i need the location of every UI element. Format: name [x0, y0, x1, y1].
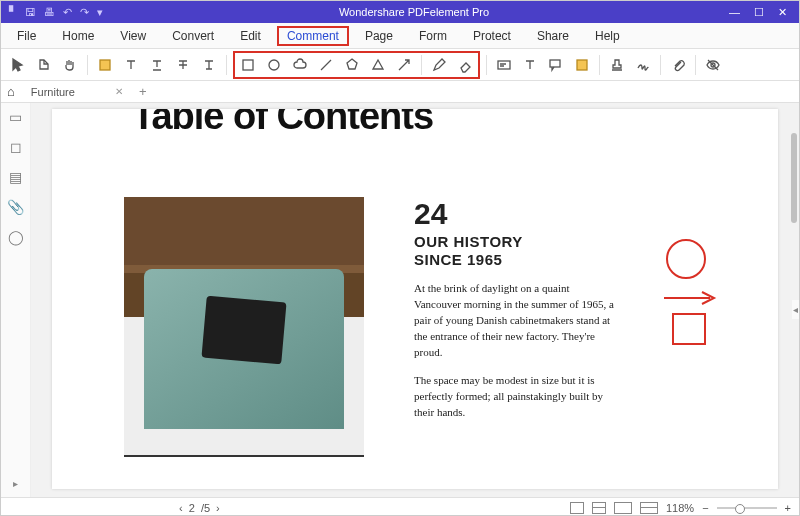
menu-home[interactable]: Home [52, 26, 104, 46]
highlight-area-icon[interactable] [94, 54, 116, 76]
svg-rect-5 [577, 60, 587, 70]
bookmarks-panel-icon[interactable]: ◻ [10, 139, 22, 155]
total-pages: /5 [201, 502, 210, 514]
new-tab-button[interactable]: + [139, 84, 147, 99]
collapse-right-icon[interactable]: ◂ [792, 300, 799, 319]
note-tool-icon[interactable] [33, 54, 55, 76]
menu-page[interactable]: Page [355, 26, 403, 46]
document-tab[interactable]: Furniture ✕ [21, 84, 133, 100]
comments-panel-icon[interactable]: ▤ [9, 169, 22, 185]
circle-tool-icon[interactable] [263, 54, 285, 76]
menu-view[interactable]: View [110, 26, 156, 46]
next-page-button[interactable]: › [216, 502, 220, 514]
svg-rect-1 [243, 60, 253, 70]
current-page[interactable]: 2 [189, 502, 195, 514]
highlight-text-icon[interactable] [120, 54, 142, 76]
menu-comment[interactable]: Comment [277, 26, 349, 46]
undo-icon[interactable]: ↶ [63, 6, 72, 19]
eraser-tool-icon[interactable] [454, 54, 476, 76]
body-paragraph-2: The space may be modest in size but it i… [414, 373, 614, 421]
text-box-icon[interactable] [493, 54, 515, 76]
cloud-tool-icon[interactable] [289, 54, 311, 76]
two-page-continuous-icon[interactable] [640, 502, 658, 514]
menu-file[interactable]: File [7, 26, 46, 46]
body-paragraph-1: At the brink of daylight on a quaint Van… [414, 281, 614, 361]
shape-tools-group [233, 51, 480, 79]
attachments-panel-icon[interactable]: 📎 [7, 199, 24, 215]
annotation-arrow[interactable] [662, 289, 718, 307]
typewriter-icon[interactable] [519, 54, 541, 76]
separator [660, 55, 661, 75]
menu-help[interactable]: Help [585, 26, 630, 46]
document-tab-bar: ⌂ Furniture ✕ + [1, 81, 799, 103]
menu-edit[interactable]: Edit [230, 26, 271, 46]
arrow-tool-icon[interactable] [393, 54, 415, 76]
minimize-button[interactable]: — [729, 6, 740, 19]
page-heading: Table of Contents [132, 109, 433, 138]
zoom-out-button[interactable]: − [702, 502, 708, 514]
document-viewport[interactable]: Table of Contents 24 OUR HISTORY SINCE 1… [31, 103, 799, 497]
work-area: ▭ ◻ ▤ 📎 ◯ ▸ Table of Contents 24 OUR HIS… [1, 103, 799, 497]
strikethrough-icon[interactable] [172, 54, 194, 76]
polygon-tool-icon[interactable] [341, 54, 363, 76]
status-right: 118% − + [570, 502, 791, 514]
hide-annotations-icon[interactable] [702, 54, 724, 76]
callout-icon[interactable] [545, 54, 567, 76]
select-tool-icon[interactable] [7, 54, 29, 76]
app-logo-icon: ▘ [9, 6, 17, 19]
single-page-view-icon[interactable] [570, 502, 584, 514]
zoom-in-button[interactable]: + [785, 502, 791, 514]
window-title: Wondershare PDFelement Pro [111, 6, 717, 18]
separator [599, 55, 600, 75]
area-highlight-icon[interactable] [571, 54, 593, 76]
separator [421, 55, 422, 75]
zoom-level: 118% [666, 502, 694, 514]
underline-icon[interactable] [146, 54, 168, 76]
tab-close-icon[interactable]: ✕ [115, 86, 123, 97]
search-panel-icon[interactable]: ◯ [8, 229, 24, 245]
stamp-icon[interactable] [606, 54, 628, 76]
pdf-page: Table of Contents 24 OUR HISTORY SINCE 1… [52, 109, 778, 489]
collapse-left-icon[interactable]: ▸ [13, 478, 18, 489]
line-tool-icon[interactable] [315, 54, 337, 76]
hand-tool-icon[interactable] [59, 54, 81, 76]
two-page-view-icon[interactable] [614, 502, 632, 514]
window-controls: — ☐ ✕ [717, 6, 799, 19]
pencil-tool-icon[interactable] [428, 54, 450, 76]
menu-form[interactable]: Form [409, 26, 457, 46]
continuous-view-icon[interactable] [592, 502, 606, 514]
qat-dropdown-icon[interactable]: ▾ [97, 6, 103, 19]
quick-access-toolbar: ▘ 🖫 🖶 ↶ ↷ ▾ [1, 6, 111, 19]
svg-rect-3 [498, 61, 510, 69]
vertical-scrollbar[interactable] [791, 133, 797, 223]
annotation-rectangle[interactable] [672, 313, 706, 345]
status-bar: ‹ 2 /5 › 118% − + [1, 497, 799, 516]
prev-page-button[interactable]: ‹ [179, 502, 183, 514]
save-icon[interactable]: 🖫 [25, 6, 36, 18]
page-content: 24 OUR HISTORY SINCE 1965 At the brink o… [124, 197, 738, 457]
separator [486, 55, 487, 75]
attachment-icon[interactable] [667, 54, 689, 76]
furniture-photo [124, 197, 364, 457]
annotation-circle[interactable] [666, 239, 706, 279]
section-number: 24 [414, 197, 738, 231]
title-bar: ▘ 🖫 🖶 ↶ ↷ ▾ Wondershare PDFelement Pro —… [1, 1, 799, 23]
separator [87, 55, 88, 75]
menu-share[interactable]: Share [527, 26, 579, 46]
close-button[interactable]: ✕ [778, 6, 787, 19]
maximize-button[interactable]: ☐ [754, 6, 764, 19]
connected-lines-icon[interactable] [367, 54, 389, 76]
signature-icon[interactable] [632, 54, 654, 76]
rectangle-tool-icon[interactable] [237, 54, 259, 76]
caret-icon[interactable] [198, 54, 220, 76]
home-icon[interactable]: ⌂ [7, 84, 15, 99]
tab-label: Furniture [31, 86, 75, 98]
thumbnails-panel-icon[interactable]: ▭ [9, 109, 22, 125]
print-icon[interactable]: 🖶 [44, 6, 55, 18]
redo-icon[interactable]: ↷ [80, 6, 89, 19]
menu-convert[interactable]: Convert [162, 26, 224, 46]
menu-protect[interactable]: Protect [463, 26, 521, 46]
separator [695, 55, 696, 75]
comment-toolbar [1, 49, 799, 81]
zoom-slider[interactable] [717, 507, 777, 509]
